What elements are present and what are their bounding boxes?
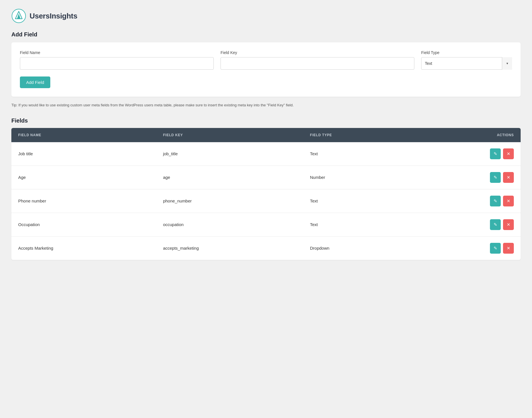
field-key-label: Field Key	[221, 50, 414, 55]
delete-button[interactable]: ✕	[503, 219, 514, 230]
col-field-name: FIELD NAME	[11, 128, 156, 142]
logo-icon	[11, 9, 26, 23]
action-buttons: ✎ ✕	[416, 219, 514, 230]
pencil-icon: ✎	[494, 198, 497, 204]
edit-button[interactable]: ✎	[490, 148, 501, 159]
edit-button[interactable]: ✎	[490, 196, 501, 206]
cell-actions: ✎ ✕	[409, 236, 521, 260]
field-type-label: Field Type	[421, 50, 512, 55]
table-body: Job title job_title Text ✎ ✕ Age age Num…	[11, 142, 521, 260]
close-icon: ✕	[507, 175, 510, 180]
form-row: Field Name Field Key Field Type Text Num…	[20, 50, 512, 70]
col-actions: ACTIONS	[409, 128, 521, 142]
pencil-icon: ✎	[494, 222, 497, 227]
delete-button[interactable]: ✕	[503, 148, 514, 159]
table-row: Phone number phone_number Text ✎ ✕	[11, 189, 521, 213]
cell-field-type: Text	[303, 142, 409, 166]
table-header: FIELD NAME FIELD KEY FIELD TYPE ACTIONS	[11, 128, 521, 142]
table-row: Job title job_title Text ✎ ✕	[11, 142, 521, 166]
field-key-group: Field Key	[221, 50, 414, 70]
cell-field-key: job_title	[156, 142, 303, 166]
cell-field-type: Dropdown	[303, 236, 409, 260]
fields-section-title: Fields	[11, 117, 521, 124]
pencil-icon: ✎	[494, 246, 497, 251]
cell-field-name: Phone number	[11, 189, 156, 213]
delete-button[interactable]: ✕	[503, 196, 514, 206]
col-field-key: FIELD KEY	[156, 128, 303, 142]
pencil-icon: ✎	[494, 175, 497, 180]
cell-field-key: accepts_marketing	[156, 236, 303, 260]
close-icon: ✕	[507, 246, 510, 251]
field-name-input[interactable]	[20, 57, 214, 70]
cell-field-type: Text	[303, 213, 409, 236]
col-field-type: FIELD TYPE	[303, 128, 409, 142]
table-row: Age age Number ✎ ✕	[11, 165, 521, 189]
close-icon: ✕	[507, 198, 510, 204]
cell-field-key: age	[156, 165, 303, 189]
cell-field-type: Number	[303, 165, 409, 189]
field-type-group: Field Type Text Number Dropdown Date Che…	[421, 50, 512, 70]
cell-field-name: Age	[11, 165, 156, 189]
app-name: UsersInsights	[30, 12, 77, 20]
edit-button[interactable]: ✎	[490, 219, 501, 230]
cell-actions: ✎ ✕	[409, 213, 521, 236]
tip-text: Tip: If you would like to use existing c…	[11, 102, 521, 108]
table-row: Occupation occupation Text ✎ ✕	[11, 213, 521, 236]
field-name-group: Field Name	[20, 50, 214, 70]
field-type-select[interactable]: Text Number Dropdown Date Checkbox	[421, 57, 512, 70]
logo-area: UsersInsights	[11, 9, 521, 23]
edit-button[interactable]: ✎	[490, 243, 501, 254]
cell-field-name: Job title	[11, 142, 156, 166]
edit-button[interactable]: ✎	[490, 172, 501, 183]
action-buttons: ✎ ✕	[416, 148, 514, 159]
cell-field-key: occupation	[156, 213, 303, 236]
add-field-button[interactable]: Add Field	[20, 76, 50, 88]
cell-field-type: Text	[303, 189, 409, 213]
add-field-title: Add Field	[11, 31, 521, 38]
cell-actions: ✎ ✕	[409, 189, 521, 213]
cell-actions: ✎ ✕	[409, 165, 521, 189]
action-buttons: ✎ ✕	[416, 172, 514, 183]
field-type-select-wrapper: Text Number Dropdown Date Checkbox ▾	[421, 57, 512, 70]
fields-table: FIELD NAME FIELD KEY FIELD TYPE ACTIONS …	[11, 128, 521, 260]
field-name-label: Field Name	[20, 50, 214, 55]
action-buttons: ✎ ✕	[416, 243, 514, 254]
table-row: Accepts Marketing accepts_marketing Drop…	[11, 236, 521, 260]
close-icon: ✕	[507, 222, 510, 227]
table-header-row: FIELD NAME FIELD KEY FIELD TYPE ACTIONS	[11, 128, 521, 142]
delete-button[interactable]: ✕	[503, 172, 514, 183]
close-icon: ✕	[507, 151, 510, 156]
add-field-card: Field Name Field Key Field Type Text Num…	[11, 42, 521, 97]
field-key-input[interactable]	[221, 57, 414, 70]
delete-button[interactable]: ✕	[503, 243, 514, 254]
action-buttons: ✎ ✕	[416, 196, 514, 206]
cell-field-name: Occupation	[11, 213, 156, 236]
pencil-icon: ✎	[494, 151, 497, 156]
cell-field-key: phone_number	[156, 189, 303, 213]
cell-field-name: Accepts Marketing	[11, 236, 156, 260]
cell-actions: ✎ ✕	[409, 142, 521, 166]
